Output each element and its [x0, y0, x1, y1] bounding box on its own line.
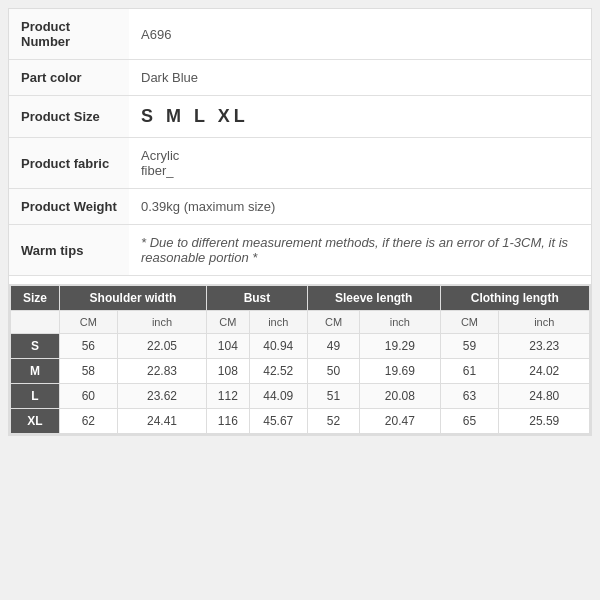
size-cell: 19.69 [360, 359, 440, 384]
size-cell: 59 [440, 334, 499, 359]
size-cell: 61 [440, 359, 499, 384]
size-data-row: XL6224.4111645.675220.476525.59 [11, 409, 590, 434]
info-label: Product Number [9, 9, 129, 60]
size-cell: 56 [59, 334, 117, 359]
size-subheader: CM [59, 311, 117, 334]
size-cell: 44.09 [249, 384, 307, 409]
info-value: 0.39kg (maximum size) [129, 189, 591, 225]
size-data-row: S5622.0510440.944919.295923.23 [11, 334, 590, 359]
size-cell: 20.47 [360, 409, 440, 434]
info-value: * Due to different measurement methods, … [129, 225, 591, 276]
size-cell: 23.62 [117, 384, 206, 409]
size-cell: 60 [59, 384, 117, 409]
size-cell: 65 [440, 409, 499, 434]
size-cell: 52 [307, 409, 359, 434]
size-subheader: CM [207, 311, 250, 334]
size-subheader: inch [360, 311, 440, 334]
size-table-header: Bust [207, 286, 308, 311]
size-label: M [11, 359, 60, 384]
size-cell: 24.41 [117, 409, 206, 434]
size-cell: 22.83 [117, 359, 206, 384]
size-cell: 24.02 [499, 359, 590, 384]
size-cell: 19.29 [360, 334, 440, 359]
size-cell: 42.52 [249, 359, 307, 384]
size-cell: 51 [307, 384, 359, 409]
size-chart-section: SizeShoulder widthBustSleeve lengthCloth… [9, 284, 591, 435]
product-info-container: Product NumberA696Part colorDark BluePro… [8, 8, 592, 436]
size-table-header: Shoulder width [59, 286, 206, 311]
info-value: Dark Blue [129, 60, 591, 96]
size-table-header: Clothing length [440, 286, 589, 311]
size-cell: 104 [207, 334, 250, 359]
size-data-row: L6023.6211244.095120.086324.80 [11, 384, 590, 409]
size-cell: 62 [59, 409, 117, 434]
size-label: XL [11, 409, 60, 434]
size-table-header: Sleeve length [307, 286, 440, 311]
size-subheader: inch [249, 311, 307, 334]
size-cell: 23.23 [499, 334, 590, 359]
size-data-row: M5822.8310842.525019.696124.02 [11, 359, 590, 384]
size-subheader: inch [117, 311, 206, 334]
info-value: Acrylic fiber_ [129, 138, 591, 189]
size-subheader: CM [440, 311, 499, 334]
size-label: S [11, 334, 60, 359]
info-label: Part color [9, 60, 129, 96]
size-subheader [11, 311, 60, 334]
info-label: Product Size [9, 96, 129, 138]
size-cell: 108 [207, 359, 250, 384]
info-table: Product NumberA696Part colorDark BluePro… [9, 9, 591, 276]
info-label: Warm tips [9, 225, 129, 276]
size-cell: 49 [307, 334, 359, 359]
size-cell: 24.80 [499, 384, 590, 409]
info-value: A696 [129, 9, 591, 60]
info-label: Product Weight [9, 189, 129, 225]
info-value: S M L XL [129, 96, 591, 138]
size-subheader: CM [307, 311, 359, 334]
size-cell: 116 [207, 409, 250, 434]
size-table-header: Size [11, 286, 60, 311]
size-cell: 45.67 [249, 409, 307, 434]
info-label: Product fabric [9, 138, 129, 189]
size-subheader: inch [499, 311, 590, 334]
size-cell: 112 [207, 384, 250, 409]
size-cell: 22.05 [117, 334, 206, 359]
size-cell: 63 [440, 384, 499, 409]
size-cell: 58 [59, 359, 117, 384]
size-cell: 40.94 [249, 334, 307, 359]
size-cell: 25.59 [499, 409, 590, 434]
size-table: SizeShoulder widthBustSleeve lengthCloth… [10, 285, 590, 434]
size-cell: 50 [307, 359, 359, 384]
size-label: L [11, 384, 60, 409]
size-cell: 20.08 [360, 384, 440, 409]
